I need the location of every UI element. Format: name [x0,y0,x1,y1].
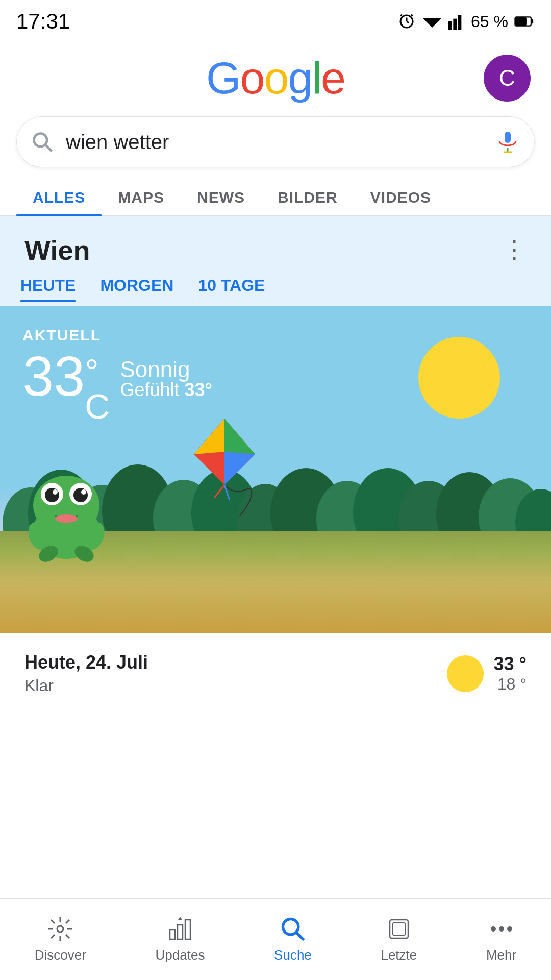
svg-point-39 [33,476,99,535]
search-tabs: ALLES MAPS NEWS BILDER VIDEOS [0,180,551,216]
alarm-icon [397,12,416,31]
current-temp: 33 [22,348,85,404]
svg-point-44 [53,489,58,495]
tab-maps[interactable]: MAPS [102,180,181,215]
status-icons: 65 % [397,12,535,31]
svg-line-55 [51,920,55,923]
svg-point-67 [491,926,496,932]
svg-point-63 [283,919,298,935]
svg-point-12 [34,134,47,147]
logo-o1: o [240,52,264,104]
battery-text: 65 % [471,12,508,31]
svg-rect-6 [448,21,452,30]
svg-rect-66 [393,923,405,935]
tab-news[interactable]: NEWS [181,180,261,215]
svg-rect-8 [458,15,462,30]
wifi-icon [422,12,442,31]
more-options-button[interactable]: ⋮ [502,238,527,262]
weather-tab-morgen[interactable]: MORGEN [100,276,173,302]
nav-suche[interactable]: Suche [264,912,322,967]
weather-info-overlay: AKTUELL 33 °C Sonnig Gefühlt 33° [22,327,212,424]
tab-alles[interactable]: ALLES [16,180,102,215]
svg-rect-60 [170,930,175,939]
status-time: 17:31 [16,9,70,34]
updates-icon [167,916,193,942]
kite-graphic [184,413,286,526]
logo-e: e [321,52,345,104]
nav-suche-label: Suche [274,947,312,963]
gefuehlt-text: Gefühlt 33° [120,381,212,399]
mehr-icon [488,916,515,942]
today-high: 33 ° [494,653,527,675]
svg-point-42 [45,488,59,502]
weather-tabs: HEUTE MORGEN 10 TAGE [0,276,551,302]
svg-line-64 [297,933,304,940]
battery-icon [514,13,535,30]
logo-g2: g [288,52,312,104]
svg-rect-7 [453,19,457,30]
today-condition: Klar [24,676,148,695]
nav-discover-label: Discover [35,947,86,963]
nav-mehr-label: Mehr [486,947,516,963]
svg-rect-62 [185,920,190,939]
svg-marker-5 [423,18,441,28]
svg-line-2 [407,21,409,23]
signal-icon [448,12,465,31]
condition-text: Sonnig [120,358,212,381]
weather-tab-heute[interactable]: HEUTE [20,276,76,302]
svg-rect-11 [531,19,533,24]
nav-letzte-label: Letzte [381,947,417,963]
avatar[interactable]: C [484,55,531,102]
status-bar: 17:31 65 % [0,0,551,40]
temp-unit: °C [85,354,110,424]
search-bar-wrapper: wien wetter [0,116,551,167]
today-temps: 33 ° 18 ° [494,653,527,694]
svg-line-4 [411,15,413,16]
weather-card-header: Wien ⋮ [0,216,551,276]
svg-point-45 [81,489,86,495]
svg-rect-61 [178,925,183,939]
svg-marker-34 [194,419,224,454]
svg-line-56 [66,935,69,938]
weather-tab-10tage[interactable]: 10 TAGE [198,276,265,302]
svg-marker-35 [224,452,255,485]
weather-card: Wien ⋮ HEUTE MORGEN 10 TAGE AKTUELL 33 °… [0,216,551,714]
today-sun-icon [447,655,484,692]
svg-point-46 [55,514,78,523]
tab-videos[interactable]: VIDEOS [354,180,447,215]
header: Google C [0,40,551,116]
svg-line-3 [400,15,402,16]
svg-point-69 [507,926,512,932]
aktuell-label: AKTUELL [22,327,212,344]
discover-icon [47,916,73,942]
svg-rect-14 [505,132,511,143]
today-summary: Heute, 24. Juli Klar 33 ° 18 ° [0,633,551,714]
letzte-icon [386,916,412,942]
nav-letzte[interactable]: Letzte [370,912,427,967]
google-logo: Google [206,52,345,104]
search-query[interactable]: wien wetter [66,131,495,154]
nav-discover[interactable]: Discover [24,912,96,967]
svg-line-36 [214,485,224,498]
today-low: 18 ° [494,675,527,694]
nav-updates[interactable]: Updates [145,912,215,967]
microphone-icon[interactable] [495,130,520,154]
weather-visual: AKTUELL 33 °C Sonnig Gefühlt 33° [0,306,551,633]
svg-point-43 [73,488,88,502]
svg-rect-10 [516,18,526,25]
nav-mehr[interactable]: Mehr [476,912,527,967]
svg-point-59 [57,926,63,932]
svg-point-68 [499,926,504,932]
search-icon [31,131,54,153]
weather-city: Wien [24,234,90,266]
nav-updates-label: Updates [156,947,205,963]
today-right: 33 ° 18 ° [447,653,527,694]
search-bar[interactable]: wien wetter [16,116,535,167]
tab-bilder[interactable]: BILDER [261,180,354,215]
svg-line-57 [66,920,69,923]
suche-icon [280,916,306,942]
frog-graphic [15,464,117,567]
logo-l: l [312,52,321,104]
today-date: Heute, 24. Juli [24,652,148,673]
logo-o2: o [264,52,288,104]
